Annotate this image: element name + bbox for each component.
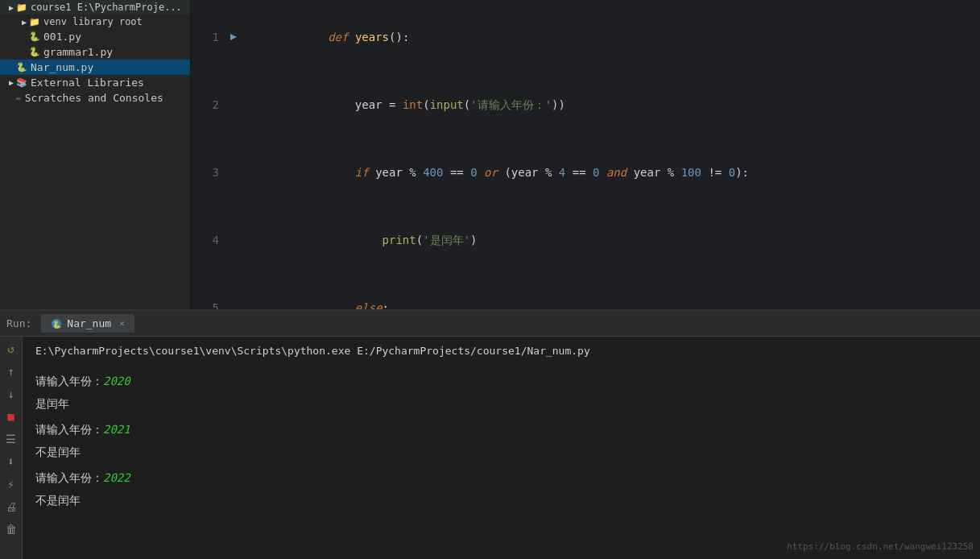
year-value-2: 2021 xyxy=(103,423,130,436)
output-entry-3-result: 不是闰年 xyxy=(35,489,967,511)
code-line-5-content: else: xyxy=(243,274,749,309)
breakpoint-arrow-icon xyxy=(230,32,240,42)
run-label: Run: xyxy=(6,317,31,329)
line-number-1: 1 xyxy=(191,26,227,48)
rerun-button[interactable]: ↺ xyxy=(2,340,20,358)
folder-icon: 📁 xyxy=(16,2,27,13)
year-value-3: 2022 xyxy=(103,471,130,484)
py-file-icon: 🐍 xyxy=(16,62,27,72)
code-line-3-content: if year % 400 == 0 or (year % 4 == 0 and… xyxy=(243,139,749,206)
gutter-1 xyxy=(227,32,243,42)
arrow-icon: ▶ xyxy=(6,3,16,12)
svg-text:🐍: 🐍 xyxy=(52,320,62,329)
sidebar-item-001py[interactable]: ▶ 🐍 001.py xyxy=(0,29,190,44)
line-number-5: 5 xyxy=(191,296,227,309)
line-number-4: 4 xyxy=(191,229,227,251)
run-tab-label: Nar_num xyxy=(67,317,111,329)
py-file-icon: 🐍 xyxy=(29,31,40,42)
folder-icon: 📁 xyxy=(29,17,40,27)
code-line-3: 3 if year % 400 == 0 or (year % 4 == 0 a… xyxy=(191,139,749,206)
prompt-text-3: 请输入年份： xyxy=(35,471,103,484)
wrap-button[interactable]: ☰ xyxy=(2,430,20,448)
code-line-5: 5 else: xyxy=(191,274,749,309)
sidebar-item-label: venv library root xyxy=(43,16,143,27)
ext-lib-icon: 📚 xyxy=(16,77,27,88)
output-entry-1-result: 是闰年 xyxy=(35,392,967,415)
run-output: E:\PycharmProjects\course1\venv\Scripts\… xyxy=(23,337,980,559)
close-tab-button[interactable]: ✕ xyxy=(119,318,125,329)
bottom-panel: Run: 🐍 Nar_num ✕ ↺ ↑ ↓ ■ ☰ ⬇ ⚡ 🖨 🗑 E:\Py… xyxy=(0,309,980,559)
sidebar-item-grammar1py[interactable]: ▶ 🐍 grammar1.py xyxy=(0,44,190,60)
year-value-1: 2020 xyxy=(103,375,130,387)
sidebar-item-venv[interactable]: ▶ 📁 venv library root xyxy=(0,14,190,29)
code-editor[interactable]: 1 def years(): 2 year = int xyxy=(191,0,980,309)
output-entry-3-prompt: 请输入年份：2022 xyxy=(35,466,967,489)
sidebar: ▶ 📁 course1 E:\PycharmProje... ▶ 📁 venv … xyxy=(0,0,191,309)
line-number-2: 2 xyxy=(191,93,227,116)
sidebar-item-scratches[interactable]: ▶ ✏️ Scratches and Consoles xyxy=(0,90,190,106)
svg-marker-0 xyxy=(230,34,237,40)
sidebar-item-label: 001.py xyxy=(43,31,81,43)
sidebar-item-label: External Libraries xyxy=(31,77,144,89)
code-line-2-content: year = int(input('请输入年份：')) xyxy=(243,71,749,139)
sidebar-item-label: Nar_num.py xyxy=(31,61,93,73)
run-tab-bar: Run: 🐍 Nar_num ✕ xyxy=(0,311,980,337)
run-settings-button[interactable]: ⚡ xyxy=(2,475,20,493)
output-entry-2-result: 不是闰年 xyxy=(35,441,967,463)
sidebar-item-external-libraries[interactable]: ▶ 📚 External Libraries xyxy=(0,75,190,90)
scroll-up-button[interactable]: ↑ xyxy=(2,362,20,380)
arrow-icon: ▶ xyxy=(6,78,16,87)
result-text-3: 不是闰年 xyxy=(35,494,81,507)
code-line-2: 2 year = int(input('请输入年份：')) xyxy=(191,71,749,139)
output-entry-2-prompt: 请输入年份：2021 xyxy=(35,418,967,441)
code-line-4: 4 print('是闰年') xyxy=(191,206,749,274)
sidebar-item-label: Scratches and Consoles xyxy=(25,92,163,104)
py-file-icon: 🐍 xyxy=(29,47,40,57)
run-toolbar: ↺ ↑ ↓ ■ ☰ ⬇ ⚡ 🖨 🗑 xyxy=(0,337,23,559)
arrow-icon: ▶ xyxy=(19,18,29,27)
sidebar-item-course1[interactable]: ▶ 📁 course1 E:\PycharmProje... xyxy=(0,0,190,14)
result-text-1: 是闰年 xyxy=(35,397,69,410)
delete-button[interactable]: 🗑 xyxy=(2,520,20,538)
output-path: E:\PycharmProjects\course1\venv\Scripts\… xyxy=(35,343,967,360)
sidebar-item-nar-num-py[interactable]: ▶ 🐍 Nar_num.py xyxy=(0,60,190,75)
python-tab-icon: 🐍 xyxy=(51,318,62,329)
result-text-2: 不是闰年 xyxy=(35,445,81,458)
watermark: https://blog.csdn.net/wangwei123258 xyxy=(787,538,974,556)
line-number-3: 3 xyxy=(191,161,227,184)
code-line-1: 1 def years(): xyxy=(191,3,749,71)
stop-button[interactable]: ■ xyxy=(2,408,20,425)
scroll-down-button[interactable]: ↓ xyxy=(2,385,20,403)
print-button[interactable]: 🖨 xyxy=(2,498,20,516)
prompt-text-1: 请输入年份： xyxy=(35,375,103,387)
code-line-1-content: def years(): xyxy=(243,3,749,71)
scratch-icon: ✏️ xyxy=(16,93,22,103)
sidebar-item-label: grammar1.py xyxy=(43,46,113,58)
sidebar-item-label: course1 E:\PycharmProje... xyxy=(31,2,182,13)
code-line-4-content: print('是闰年') xyxy=(243,206,749,274)
import-button[interactable]: ⬇ xyxy=(2,453,20,470)
output-entry-1-prompt: 请输入年份：2020 xyxy=(35,370,967,392)
run-tab-nar-num[interactable]: 🐍 Nar_num ✕ xyxy=(41,314,134,333)
lines-wrapper: 1 def years(): 2 year = int xyxy=(191,0,749,309)
prompt-text-2: 请输入年份： xyxy=(35,423,103,436)
top-area: ▶ 📁 course1 E:\PycharmProje... ▶ 📁 venv … xyxy=(0,0,980,309)
code-container: 1 def years(): 2 year = int xyxy=(191,0,980,309)
run-content: ↺ ↑ ↓ ■ ☰ ⬇ ⚡ 🖨 🗑 E:\PycharmProjects\cou… xyxy=(0,337,980,559)
